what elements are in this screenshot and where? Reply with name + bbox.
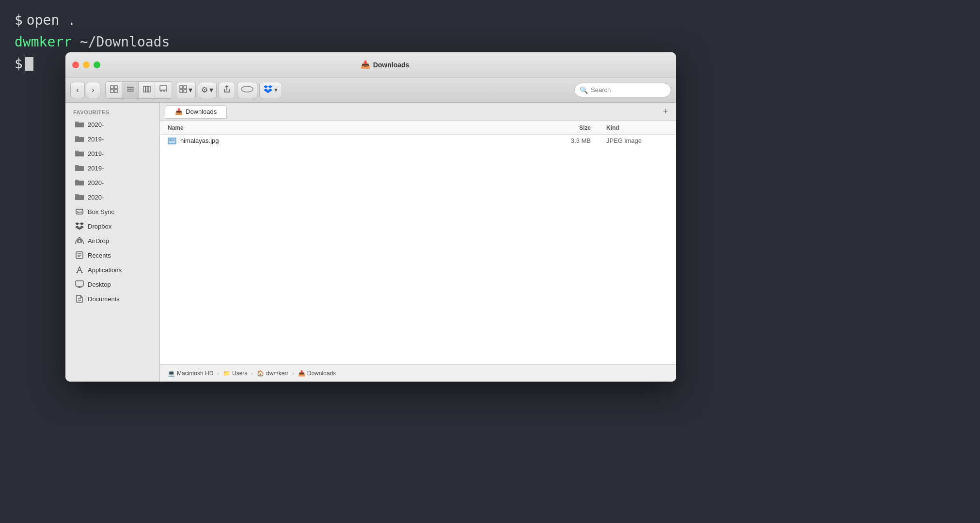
user-home-icon: 🏠 (257, 370, 264, 377)
svg-marker-21 (268, 85, 272, 88)
window-controls (72, 62, 100, 68)
list-view-icon (126, 85, 134, 95)
sidebar-item-label-2019c: 2019- (88, 165, 104, 172)
plus-icon: + (663, 107, 668, 117)
minimize-button[interactable] (83, 62, 90, 68)
group-button[interactable]: ▾ (176, 82, 196, 98)
sidebar-item-2019a[interactable]: 2019- (67, 132, 158, 146)
tab-downloads[interactable]: 📥 Downloads (165, 105, 227, 119)
sidebar-item-2020b[interactable]: 2020- (67, 176, 158, 189)
desktop-icon (75, 280, 84, 289)
sidebar-item-label-recents: Recents (88, 252, 111, 259)
sidebar-item-2019b[interactable]: 2019- (67, 147, 158, 160)
toolbar: ‹ › (65, 77, 676, 103)
sidebar-item-2019c[interactable]: 2019- (67, 161, 158, 175)
terminal-prompt-2: $ (15, 53, 23, 75)
content-area: Favourites 2020- 2019- 2019- (65, 103, 676, 382)
sidebar-item-label-2020c: 2020- (88, 194, 104, 201)
tab-label: Downloads (186, 108, 217, 115)
user-label: dwmkerr (266, 370, 288, 377)
back-button[interactable]: ‹ (70, 82, 85, 98)
svg-point-19 (241, 86, 253, 92)
settings-button[interactable]: ⚙ ▾ (198, 82, 217, 98)
title-bar-center: 📥 Downloads (100, 60, 669, 69)
svg-rect-39 (76, 281, 83, 286)
svg-rect-1 (114, 86, 117, 89)
file-name-cell: himalayas.jpg (160, 137, 540, 145)
col-header-kind: Kind (599, 124, 676, 131)
search-input[interactable] (591, 86, 666, 93)
svg-rect-16 (180, 90, 183, 92)
title-bar: 📥 Downloads (65, 52, 676, 77)
list-view-button[interactable] (122, 82, 139, 98)
sidebar-item-documents[interactable]: Documents (67, 292, 158, 306)
sidebar-item-label-2020a: 2020- (88, 121, 104, 128)
svg-marker-20 (264, 85, 268, 88)
settings-dropdown-icon: ▾ (209, 85, 213, 94)
folder-icon (75, 178, 84, 187)
gallery-view-icon (159, 85, 167, 95)
column-view-icon (143, 85, 151, 95)
icon-view-button[interactable] (106, 82, 122, 98)
table-row[interactable]: himalayas.jpg 3.3 MB JPEG image (160, 135, 676, 147)
column-view-button[interactable] (139, 82, 155, 98)
status-bar: 💻 Macintosh HD › 📁 Users › 🏠 dwmkerr › 📥… (160, 364, 676, 382)
col-header-size: Size (540, 124, 599, 131)
sidebar-item-label-2019b: 2019- (88, 150, 104, 157)
file-panel: 📥 Downloads + Name Size Kind (160, 103, 676, 382)
terminal-line-1: $ open . (15, 10, 965, 31)
downloads-icon: 📥 (298, 370, 305, 377)
sidebar-item-label-2020b: 2020- (88, 179, 104, 186)
file-size-cell: 3.3 MB (540, 137, 599, 144)
svg-rect-8 (146, 86, 148, 92)
terminal-prompt-1: $ (15, 10, 23, 31)
breadcrumb-sep-3: › (292, 370, 294, 376)
file-name: himalayas.jpg (180, 137, 219, 144)
svg-rect-7 (143, 86, 145, 92)
dropbox-button[interactable]: ▾ (259, 82, 282, 98)
close-button[interactable] (72, 62, 79, 68)
breadcrumb-sep-2: › (251, 370, 253, 376)
share-button[interactable] (219, 82, 235, 98)
folder-icon (75, 120, 84, 129)
sidebar-item-desktop[interactable]: Desktop (67, 277, 158, 291)
finder-window: 📥 Downloads ‹ › (65, 52, 676, 382)
window-title-icon: 📥 (361, 60, 370, 69)
svg-point-32 (78, 240, 81, 243)
svg-rect-48 (172, 139, 174, 141)
search-box[interactable]: 🔍 (574, 83, 671, 97)
folder-icon (75, 193, 84, 201)
maximize-button[interactable] (94, 62, 100, 68)
hd-label: Macintosh HD (177, 370, 213, 377)
add-tab-button[interactable]: + (660, 106, 671, 118)
airdrop-icon (75, 236, 84, 245)
sidebar-item-label-dropbox: Dropbox (88, 223, 111, 230)
svg-text:box: box (77, 211, 82, 214)
sidebar-item-recents[interactable]: Recents (67, 248, 158, 262)
group-icon (179, 85, 187, 95)
sidebar-item-label-desktop: Desktop (88, 281, 111, 288)
sidebar-item-boxsync[interactable]: box Box Sync (67, 205, 158, 218)
svg-rect-9 (148, 86, 150, 92)
gallery-view-button[interactable] (155, 82, 172, 98)
breadcrumb-downloads: 📥 Downloads (298, 370, 336, 377)
box-sync-icon: box (75, 207, 84, 216)
sidebar-item-applications[interactable]: Applications (67, 263, 158, 277)
file-thumbnail-icon (168, 137, 176, 145)
folder-icon (75, 135, 84, 143)
sidebar-item-airdrop[interactable]: AirDrop (67, 234, 158, 247)
applications-icon (75, 265, 84, 274)
breadcrumb-users: 📁 Users (223, 370, 247, 377)
sidebar-item-dropbox[interactable]: Dropbox (67, 219, 158, 233)
documents-icon (75, 294, 84, 303)
view-buttons (105, 81, 172, 99)
tag-button[interactable] (237, 82, 257, 98)
breadcrumb-sep-1: › (217, 370, 219, 376)
sidebar-item-2020a[interactable]: 2020- (67, 118, 158, 131)
icon-view-icon (110, 85, 118, 95)
terminal-command-1: open . (27, 10, 76, 31)
file-columns: Name Size Kind (160, 121, 676, 135)
share-icon (223, 85, 231, 95)
forward-button[interactable]: › (86, 82, 100, 98)
sidebar-item-2020c[interactable]: 2020- (67, 190, 158, 204)
